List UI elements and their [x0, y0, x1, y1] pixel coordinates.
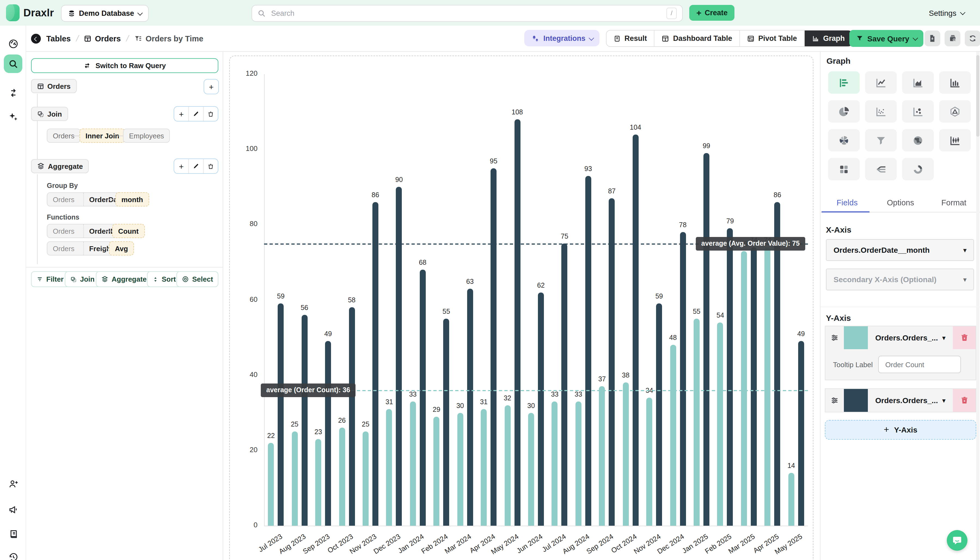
chart-type-sankey[interactable] [865, 158, 897, 180]
ai-assist-nav-item[interactable] [4, 107, 22, 126]
breadcrumb-tables[interactable]: Tables [46, 34, 71, 43]
settings-menu[interactable]: Settings [929, 0, 964, 26]
sync-nav-item[interactable] [4, 83, 22, 102]
bar-avg-order-value[interactable] [656, 304, 662, 526]
bar-avg-order-value[interactable] [277, 304, 284, 526]
bar-avg-order-value[interactable] [372, 202, 379, 526]
chart-type-map[interactable] [902, 129, 934, 152]
delete-series-button[interactable] [953, 326, 976, 349]
aggregate-step-chip[interactable]: Aggregate [31, 159, 89, 173]
bar-order-count[interactable] [670, 345, 676, 526]
bar-avg-order-value[interactable] [301, 315, 307, 526]
bar-order-count[interactable] [339, 428, 345, 526]
scrollbar[interactable] [976, 52, 980, 560]
secondary-x-axis-select[interactable]: Secondary X-Axis (Optional) ▾ [826, 268, 974, 290]
chart-type-bubble[interactable] [902, 100, 934, 123]
bar-order-count[interactable] [646, 398, 652, 526]
tab-format[interactable]: Format [927, 195, 980, 212]
bar-order-count[interactable] [528, 413, 534, 526]
delete-aggregate-button[interactable] [203, 159, 218, 173]
chart-type-donut[interactable] [902, 158, 934, 180]
bar-avg-order-value[interactable] [325, 341, 331, 526]
series-field-select[interactable]: Orders.Orders_...▾ [868, 389, 953, 412]
tab-options[interactable]: Options [874, 195, 927, 212]
database-selector[interactable]: Demo Database [61, 5, 149, 22]
add-y-axis-button[interactable]: + Y-Axis [825, 420, 976, 440]
chart-type-line[interactable] [865, 72, 897, 94]
bar-avg-order-value[interactable] [538, 292, 544, 526]
bar-order-count[interactable] [481, 409, 487, 526]
explore-nav-item[interactable] [4, 55, 22, 73]
bar-avg-order-value[interactable] [798, 341, 804, 526]
chart-type-treemap[interactable] [828, 158, 860, 180]
bar-order-count[interactable] [765, 247, 771, 526]
bar-order-count[interactable] [741, 251, 747, 526]
bar-order-count[interactable] [386, 409, 392, 526]
aggregate-action-button[interactable]: Aggregate [96, 271, 152, 287]
series-settings-button[interactable] [826, 326, 844, 349]
chart-type-column-trend[interactable] [939, 72, 971, 94]
bar-order-count[interactable] [457, 413, 463, 526]
search-input[interactable] [270, 9, 662, 18]
bar-order-count[interactable] [315, 439, 321, 526]
series-color-swatch[interactable] [844, 326, 868, 349]
bar-avg-order-value[interactable] [349, 308, 355, 526]
announcements-nav-item[interactable] [4, 500, 22, 518]
join-step-chip[interactable]: Join [31, 107, 68, 121]
invite-user-nav-item[interactable] [4, 475, 22, 493]
docs-nav-item[interactable] [4, 525, 22, 543]
edit-join-button[interactable] [188, 107, 203, 121]
bar-avg-order-value[interactable] [703, 153, 709, 526]
switch-to-raw-query-button[interactable]: Switch to Raw Query [31, 58, 218, 73]
bar-avg-order-value[interactable] [774, 202, 781, 526]
series-settings-button[interactable] [826, 389, 844, 412]
bar-order-count[interactable] [694, 319, 699, 526]
function-type-chip[interactable]: Count [112, 224, 145, 238]
chart-type-funnel[interactable] [865, 129, 897, 152]
add-aggregate-button[interactable]: + [174, 159, 188, 173]
source-table-chip[interactable]: Orders [31, 79, 76, 93]
join-action-button[interactable]: Join [65, 271, 100, 287]
history-nav-item[interactable] [4, 547, 22, 560]
refresh-button[interactable] [965, 30, 980, 46]
export-button[interactable] [925, 30, 940, 46]
join-right-table-chip[interactable]: Employees [123, 128, 170, 143]
bar-order-count[interactable] [434, 417, 440, 526]
group-by-granularity-chip[interactable]: month [115, 192, 149, 207]
delete-join-button[interactable] [203, 107, 218, 121]
bar-order-count[interactable] [505, 405, 510, 526]
bar-avg-order-value[interactable] [490, 168, 497, 526]
bar-avg-order-value[interactable] [561, 243, 568, 526]
save-query-button[interactable]: Save Query [849, 30, 924, 47]
bar-avg-order-value[interactable] [609, 198, 615, 526]
integrations-button[interactable]: Integrations [524, 30, 600, 46]
back-button[interactable] [31, 33, 41, 43]
breadcrumb-orders[interactable]: Orders [84, 34, 121, 43]
tab-dashboard-table[interactable]: Dashboard Table [654, 30, 739, 46]
filter-action-button[interactable]: Filter [31, 271, 69, 287]
chart-type-candlestick[interactable] [939, 129, 971, 152]
bar-avg-order-value[interactable] [680, 232, 686, 526]
collections-button[interactable] [945, 30, 960, 46]
bar-order-count[interactable] [575, 402, 581, 526]
bar-order-count[interactable] [552, 402, 558, 526]
bar-order-count[interactable] [623, 383, 629, 526]
tooltip-label-input[interactable]: Order Count [878, 356, 961, 373]
chart-type-pie[interactable] [828, 100, 860, 123]
chart-type-area[interactable] [902, 72, 934, 94]
chart-type-bar-horizontal[interactable] [828, 72, 860, 94]
bar-avg-order-value[interactable] [585, 176, 591, 526]
bar-order-count[interactable] [410, 402, 416, 526]
bar-order-count[interactable] [363, 432, 369, 526]
global-search[interactable]: / [251, 5, 683, 22]
tab-pivot-table[interactable]: Pivot Table [739, 30, 804, 46]
bar-order-count[interactable] [268, 443, 274, 526]
bar-order-count[interactable] [717, 322, 723, 526]
x-axis-select[interactable]: Orders.OrderDate__month ▾ [826, 239, 974, 261]
chat-support-button[interactable] [947, 530, 967, 551]
chart-type-rose[interactable] [828, 129, 860, 152]
select-action-button[interactable]: Select [176, 271, 219, 287]
bar-avg-order-value[interactable] [420, 270, 426, 526]
delete-series-button[interactable] [953, 389, 976, 412]
bar-avg-order-value[interactable] [727, 228, 733, 526]
